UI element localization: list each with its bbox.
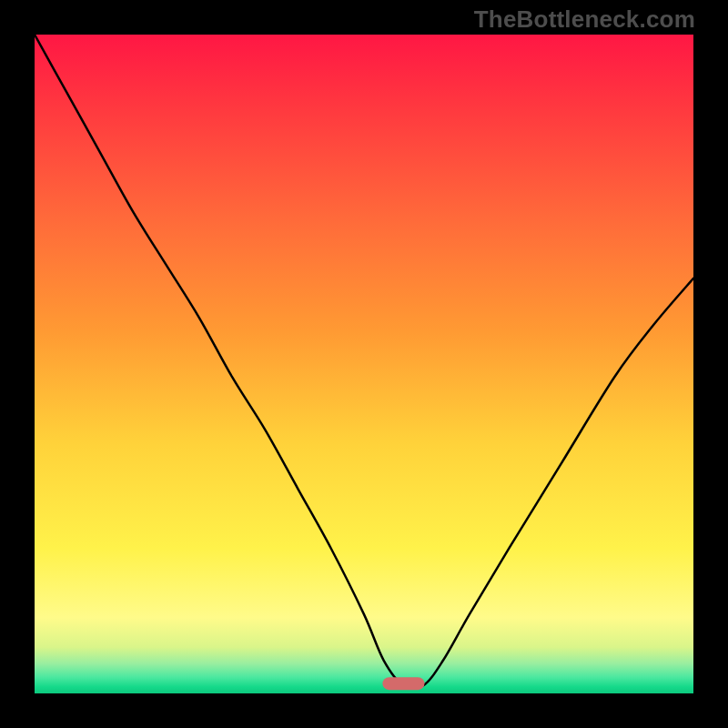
gradient-background	[35, 35, 693, 693]
optimal-marker	[382, 677, 424, 690]
plot-area	[35, 35, 693, 693]
chart-frame: TheBottleneck.com	[0, 0, 728, 728]
watermark-text: TheBottleneck.com	[474, 5, 695, 34]
bottleneck-chart	[35, 35, 693, 693]
